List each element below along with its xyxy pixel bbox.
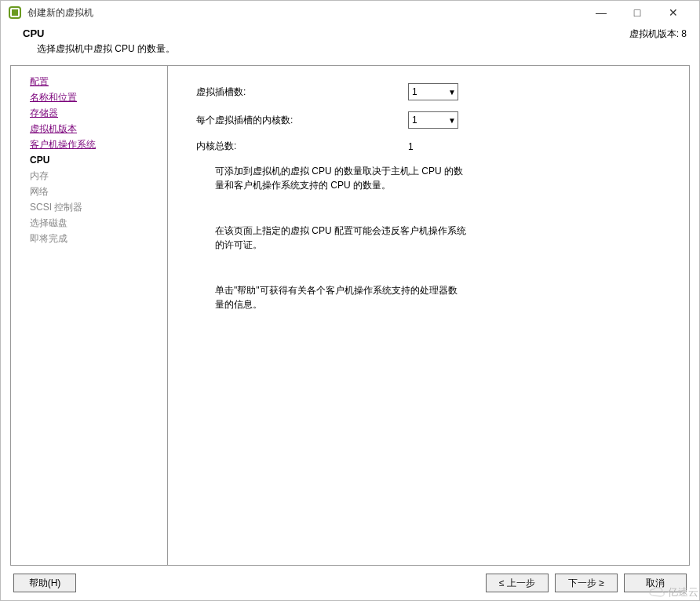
sidebar-item-scsi: SCSI 控制器 — [30, 199, 167, 215]
cores-per-socket-dropdown[interactable]: 1 ▼ — [408, 111, 458, 129]
content-pane: 虚拟插槽数: 1 ▼ 每个虚拟插槽的内核数: 1 ▼ — [168, 66, 689, 565]
cores-per-socket-value: 1 — [412, 115, 417, 126]
page-title: CPU — [23, 27, 175, 39]
socket-count-dropdown[interactable]: 1 ▼ — [408, 83, 458, 100]
sidebar-item-vm-version[interactable]: 虚拟机版本 — [30, 121, 167, 137]
help-button[interactable]: 帮助(H) — [13, 574, 76, 592]
close-button[interactable]: ✕ — [655, 2, 691, 24]
sidebar-item-storage[interactable]: 存储器 — [30, 105, 167, 121]
chevron-down-icon: ▼ — [448, 88, 456, 97]
socket-count-label: 虚拟插槽数: — [196, 86, 408, 99]
window-title: 创建新的虚拟机 — [27, 6, 583, 20]
socket-count-value: 1 — [412, 86, 417, 97]
sidebar-item-finish: 即将完成 — [30, 231, 167, 246]
minimize-button[interactable]: — — [583, 2, 619, 24]
dialog-header: CPU 选择虚拟机中虚拟 CPU 的数量。 虚拟机版本: 8 — [1, 24, 699, 65]
sidebar-item-name-location[interactable]: 名称和位置 — [30, 89, 167, 105]
page-subtitle: 选择虚拟机中虚拟 CPU 的数量。 — [37, 42, 175, 56]
info-text-1: 可添加到虚拟机的虚拟 CPU 的数量取决于主机上 CPU 的数量和客户机操作系统… — [215, 164, 466, 192]
sidebar-item-memory: 内存 — [30, 168, 167, 184]
cancel-button[interactable]: 取消 — [624, 574, 687, 592]
titlebar: 创建新的虚拟机 — □ ✕ — [1, 1, 699, 24]
maximize-button[interactable]: □ — [619, 2, 655, 24]
total-cores-value: 1 — [408, 141, 414, 152]
vm-version-label: 虚拟机版本: 8 — [629, 27, 687, 41]
footer: 帮助(H) ≤ 上一步 下一步 ≥ 取消 — [1, 566, 699, 600]
info-text-2: 在该页面上指定的虚拟 CPU 配置可能会违反客户机操作系统的许可证。 — [215, 224, 466, 252]
sidebar-item-config[interactable]: 配置 — [30, 74, 167, 89]
sidebar-item-cpu: CPU — [30, 152, 167, 168]
sidebar-item-guest-os[interactable]: 客户机操作系统 — [30, 137, 167, 152]
app-icon — [9, 6, 21, 19]
create-vm-window: 创建新的虚拟机 — □ ✕ CPU 选择虚拟机中虚拟 CPU 的数量。 虚拟机版… — [0, 0, 700, 601]
sidebar-item-network: 网络 — [30, 184, 167, 199]
svg-rect-1 — [12, 9, 18, 16]
chevron-down-icon: ▼ — [448, 116, 456, 125]
back-button[interactable]: ≤ 上一步 — [486, 574, 549, 592]
info-text-3: 单击"帮助"可获得有关各个客户机操作系统支持的处理器数量的信息。 — [215, 283, 466, 311]
total-cores-label: 内核总数: — [196, 140, 408, 153]
sidebar-item-disk: 选择磁盘 — [30, 215, 167, 231]
next-button[interactable]: 下一步 ≥ — [555, 574, 618, 592]
wizard-sidebar: 配置 名称和位置 存储器 虚拟机版本 客户机操作系统 CPU 内存 网络 SCS… — [11, 66, 168, 565]
cores-per-socket-label: 每个虚拟插槽的内核数: — [196, 114, 408, 127]
